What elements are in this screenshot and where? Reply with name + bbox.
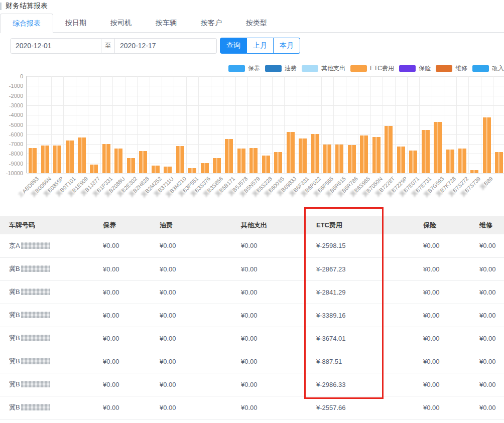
legend-item[interactable]: ETC费用 [350, 64, 394, 73]
tab-6[interactable]: 按类型 [234, 14, 279, 33]
column-header: 其他支出 [233, 216, 306, 234]
amount-cell: ¥0.00 [469, 350, 504, 373]
bar-edge [495, 152, 503, 173]
bar-冀B3S376 [201, 163, 209, 173]
amount-cell: ¥0.00 [156, 280, 233, 304]
plate-number-cell: 冀B [0, 373, 90, 396]
v-gridline [444, 76, 444, 173]
page-header: 财务结算报表 [0, 2, 48, 11]
v-gridline [272, 76, 273, 173]
tab-2[interactable]: 按日期 [53, 14, 98, 33]
legend-item[interactable]: 其他支出 [302, 64, 345, 73]
bar-冀B89 [483, 117, 491, 173]
tab-1[interactable]: 综合报表 [0, 14, 53, 33]
legend-label: 维修 [455, 64, 467, 73]
h-gridline [27, 154, 504, 154]
bar-冀B6983J [287, 132, 295, 173]
bar-冀B5B171 [225, 139, 233, 173]
bar-冀B0T101 [66, 140, 74, 173]
v-gridline [481, 76, 481, 173]
table-row: 冀B¥0.00¥0.00¥0.00¥-2986.33¥0.00¥0.00 [0, 373, 504, 396]
column-header: 维修 [469, 216, 504, 234]
start-date-input[interactable] [10, 38, 101, 54]
column-header: 保险 [412, 216, 469, 234]
v-gridline [39, 76, 39, 173]
amount-cell: ¥0.00 [90, 257, 156, 280]
amount-cell: ¥0.00 [233, 350, 306, 373]
bar-冀B3P551 [188, 168, 196, 173]
plate-mosaic-redaction [21, 265, 50, 272]
bar-京ABD893 [29, 148, 37, 173]
prev-month-button[interactable]: 上月 [247, 38, 274, 54]
bar-冀B5J578 [237, 149, 245, 173]
amount-cell: ¥0.00 [90, 327, 156, 350]
amount-cell: ¥0.00 [469, 396, 504, 419]
h-gridline [27, 144, 504, 145]
bar-冀B6S965 [360, 135, 368, 173]
legend-label: 油费 [285, 64, 297, 73]
tab-5[interactable]: 按客户 [189, 14, 234, 33]
amount-cell: ¥0.00 [412, 396, 469, 419]
amount-cell: ¥-2867.23 [306, 257, 412, 280]
plate-prefix: 京A [9, 242, 20, 249]
bar-冀B7S272 [458, 149, 466, 173]
table-row: 冀B¥0.00¥0.00¥0.00¥-3389.16¥0.00¥0.00 [0, 304, 504, 327]
legend-swatch [350, 65, 367, 72]
y-axis-tick-label: -9000 [0, 161, 23, 167]
y-axis-tick-label: -3000 [0, 102, 23, 108]
settlement-table: 车牌号码保养油费其他支出ETC费用保险维修 京A¥0.00¥0.00¥0.00¥… [0, 216, 504, 419]
legend-item[interactable]: 维修 [436, 64, 467, 73]
table-header-row: 车牌号码保养油费其他支出ETC费用保险维修 [0, 216, 504, 234]
legend-label: ETC费用 [370, 64, 394, 73]
v-gridline [407, 76, 408, 173]
legend-item[interactable]: 改入 [472, 64, 504, 73]
amount-cell: ¥-3389.16 [306, 304, 412, 327]
h-gridline [27, 115, 504, 115]
legend-label: 其他支出 [321, 64, 345, 73]
v-gridline [383, 76, 383, 173]
h-gridline [27, 173, 504, 174]
table-row: 京A¥0.00¥0.00¥0.00¥-2598.15¥0.00¥0.00 [0, 234, 504, 257]
bar-冀B7229P [397, 147, 405, 173]
legend-item[interactable]: 保养 [228, 64, 260, 73]
plate-number-cell: 冀B [0, 350, 90, 373]
this-month-button[interactable]: 本月 [274, 38, 300, 54]
amount-cell: ¥0.00 [412, 327, 469, 350]
plate-mosaic-redaction [21, 404, 50, 410]
legend-label: 保险 [419, 64, 431, 73]
amount-cell: ¥0.00 [90, 304, 156, 327]
plate-mosaic-redaction [21, 289, 50, 295]
bar-冀B6R615 [335, 145, 343, 173]
v-gridline [63, 76, 64, 173]
legend-swatch [265, 65, 282, 72]
legend-item[interactable]: 油费 [265, 64, 297, 73]
bar-冀B5S228 [262, 156, 270, 174]
bar-冀B3711U [164, 167, 172, 174]
bar-冀B5N579 [249, 148, 258, 173]
v-gridline [150, 76, 150, 173]
finance-report-page: 财务结算报表 综合报表按日期按司机按车辆按客户按类型 至 查询 上月 本月 保养… [0, 0, 504, 423]
v-gridline [247, 76, 248, 173]
plate-mosaic-redaction [21, 358, 50, 364]
amount-cell: ¥0.00 [469, 327, 504, 350]
date-range-separator: 至 [101, 38, 115, 54]
plate-mosaic-redaction [21, 335, 50, 341]
bar-冀B6P565 [323, 145, 331, 174]
amount-cell: ¥0.00 [233, 327, 306, 350]
table-row: 冀B¥0.00¥0.00¥0.00¥-2557.66¥0.00¥0.00 [0, 396, 504, 419]
tab-3[interactable]: 按司机 [98, 14, 144, 33]
tab-4[interactable]: 按车辆 [144, 14, 189, 33]
chart-legend: 保养油费其他支出ETC费用保险维修改入 [223, 64, 504, 73]
v-gridline [370, 76, 371, 173]
end-date-input[interactable] [115, 38, 217, 54]
amount-cell: ¥0.00 [469, 373, 504, 396]
legend-item[interactable]: 保险 [399, 64, 431, 73]
query-button[interactable]: 查询 [220, 38, 247, 54]
amount-cell: ¥0.00 [412, 234, 469, 257]
bar-冀B7K728 [446, 150, 454, 173]
amount-cell: ¥0.00 [469, 280, 504, 304]
bar-冀B1P331 [102, 144, 110, 173]
bar-冀B7G593 [434, 122, 442, 173]
amount-cell: ¥0.00 [412, 280, 469, 304]
plate-number-cell: 冀B [0, 280, 90, 304]
